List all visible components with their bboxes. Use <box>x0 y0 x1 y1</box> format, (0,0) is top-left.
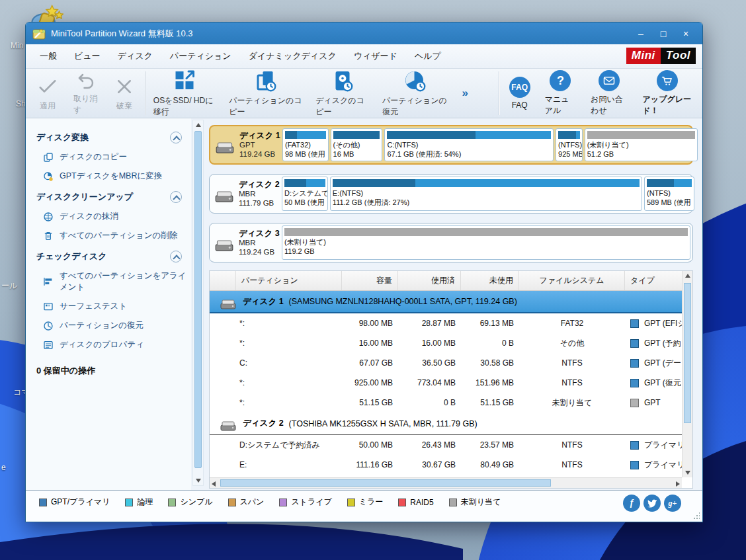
partition-block[interactable]: (未割り当て)51.2 GB <box>585 128 698 161</box>
type-label: プライマリ <box>644 460 682 471</box>
recover-partition-button-label: パーティションの復元 <box>382 95 449 118</box>
title-bar[interactable]: MiniTool Partition Wizard 無料版 10.3 – □ × <box>26 22 702 44</box>
twitter-icon[interactable] <box>643 495 661 512</box>
menu-item-1[interactable]: ビュー <box>65 46 109 66</box>
apply-button[interactable]: 適用 <box>28 69 67 118</box>
menu-item-3[interactable]: パーティション <box>161 46 240 66</box>
upgrade-button[interactable]: アップグレード！ <box>636 69 700 118</box>
disk-row-1[interactable]: ディスク 1GPT119.24 GB(FAT32)98 MB (使用(その他)1… <box>209 125 693 165</box>
scroll-left-arrow[interactable] <box>211 481 216 487</box>
table-hscroll-thumb[interactable] <box>220 479 551 487</box>
copy-partition-button[interactable]: パーティションのコピー <box>222 69 309 118</box>
table-row[interactable]: E:111.16 GB30.67 GB80.49 GBNTFSプライマリ <box>210 455 682 475</box>
table-horizontal-scrollbar[interactable] <box>210 477 682 488</box>
toolbar-overflow-chevron[interactable]: » <box>455 87 474 100</box>
partition-block[interactable]: (NTFS)925 MB (使用 <box>556 128 583 161</box>
partition-block[interactable]: (FAT32)98 MB (使用 <box>282 128 329 161</box>
sidebar-item[interactable]: パーティションの復元 <box>36 316 191 335</box>
scroll-down-arrow[interactable] <box>193 476 203 485</box>
disk-icon <box>220 296 237 307</box>
surface-test-icon <box>43 301 54 312</box>
manual-button[interactable]: ?マニュアル <box>538 69 583 118</box>
table-row[interactable]: *:16.00 MB16.00 MB0 Bその他GPT (予約 <box>210 333 682 353</box>
delete-partitions-icon <box>43 231 54 241</box>
sidebar-item[interactable]: ディスクのコピー <box>36 147 191 167</box>
header-col-4[interactable]: ファイルシステム <box>519 271 625 290</box>
minimize-button[interactable]: – <box>631 26 651 42</box>
cell-partition: *: <box>210 319 342 328</box>
sidebar-scrollbar[interactable] <box>192 120 204 486</box>
table-row[interactable]: C:67.07 GB36.50 GB30.58 GBNTFSGPT (データ <box>210 353 682 373</box>
sidebar-item[interactable]: ディスクのプロパティ <box>36 335 191 354</box>
google-plus-icon[interactable]: g+ <box>664 495 681 512</box>
sidebar-item[interactable]: サーフェステスト <box>36 297 191 316</box>
disk-copy-icon <box>43 152 54 163</box>
partition-block[interactable]: (NTFS)589 MB (使用 <box>644 177 694 211</box>
disk-group-row-1[interactable]: ディスク 1(SAMSUNG MZNLN128HAHQ-000L1 SATA, … <box>210 291 682 313</box>
partition-block[interactable]: D:システムで50 MB (使用 <box>282 177 328 211</box>
usage-bar <box>285 131 326 139</box>
disk-row-3[interactable]: ディスク 3MBR119.24 GB(未割り当て)119.2 GB <box>209 223 693 262</box>
menu-item-5[interactable]: ウィザード <box>345 46 406 66</box>
undo-button[interactable]: 取り消す <box>67 69 105 118</box>
partition-block[interactable]: C:(NTFS)67.1 GB (使用済: 54%) <box>384 128 554 161</box>
menu-item-2[interactable]: ディスク <box>109 46 161 66</box>
table-vertical-scrollbar[interactable] <box>682 271 692 477</box>
maximize-button[interactable]: □ <box>653 26 673 42</box>
table-row[interactable]: *:98.00 MB28.87 MB69.13 MBFAT32GPT (EFIシ <box>210 313 682 333</box>
discard-button[interactable]: 破棄 <box>105 69 144 118</box>
copy-disk-button[interactable]: ディスクのコピー <box>309 69 376 118</box>
usage-bar <box>284 179 325 187</box>
migrate-os-button[interactable]: OSをSSD/ HDに移行 <box>147 69 222 118</box>
close-button[interactable]: × <box>676 26 696 42</box>
facebook-icon[interactable]: f <box>623 495 640 512</box>
header-col-0[interactable]: パーティション <box>236 271 342 290</box>
sidebar-item[interactable]: GPTディスクをMBRに変換 <box>36 167 191 186</box>
sidebar-item[interactable]: ディスクの抹消 <box>36 207 191 226</box>
faq-button[interactable]: FAQFAQ <box>502 69 538 118</box>
disk-row-2[interactable]: ディスク 2MBR111.79 GBD:システムで50 MB (使用E:(NTF… <box>209 174 693 214</box>
menu-item-6[interactable]: ヘルプ <box>406 46 450 66</box>
sidebar-scroll-thumb[interactable] <box>194 131 202 468</box>
partition-label: (その他) <box>333 140 380 149</box>
partition-block[interactable]: E:(NTFS)111.2 GB (使用済: 27%) <box>330 177 642 211</box>
recover-partition-button[interactable]: パーティションの復元 <box>376 69 456 118</box>
disk-scheme: MBR <box>239 238 280 247</box>
cell-capacity: 50.00 MB <box>342 440 398 450</box>
contact-button[interactable]: お問い合わせ <box>583 69 635 118</box>
header-col-1[interactable]: 容量 <box>342 271 398 290</box>
usage-bar <box>558 131 580 139</box>
header-col-3[interactable]: 未使用 <box>461 271 519 290</box>
partition-block[interactable]: (未割り当て)119.2 GB <box>282 225 690 260</box>
resize-grip[interactable] <box>693 512 700 519</box>
sidebar-item[interactable]: すべてのパーティションの削除 <box>36 226 191 245</box>
scroll-up-arrow[interactable] <box>193 120 203 130</box>
disk-group-row-2[interactable]: ディスク 2(TOSHIBA MK1255GSX H SATA, MBR, 11… <box>210 413 682 435</box>
cell-used: 36.50 GB <box>398 358 461 368</box>
cell-type: GPT (データ <box>625 358 682 369</box>
sidebar-item[interactable]: すべてのパーティションをアライメント <box>36 266 191 297</box>
table-vscroll-thumb[interactable] <box>684 283 691 423</box>
cell-filesystem: その他 <box>519 338 625 349</box>
cell-filesystem: FAT32 <box>519 319 625 328</box>
table-row[interactable]: D:システムで予約済み50.00 MB26.43 MB23.57 MBNTFSプ… <box>210 435 682 455</box>
logo-tool: Tool <box>661 48 696 64</box>
group-disk-name: ディスク 2 <box>243 418 284 429</box>
partition-block[interactable]: (その他)16 MB <box>331 128 383 161</box>
collapse-chevron-icon[interactable] <box>170 132 182 143</box>
scroll-up-arrow[interactable] <box>683 271 692 280</box>
cell-type: GPT (EFIシ <box>625 318 682 329</box>
table-row[interactable]: *:925.00 MB773.04 MB151.96 MBNTFSGPT (復元 <box>210 373 682 393</box>
menu-item-0[interactable]: 一般 <box>31 46 65 66</box>
cell-capacity: 98.00 MB <box>342 319 398 328</box>
copy-partition-button-label: パーティションのコピー <box>229 95 302 118</box>
scroll-down-arrow[interactable] <box>683 468 692 477</box>
scroll-right-arrow[interactable] <box>675 481 681 487</box>
table-row[interactable]: *:51.15 GB0 B51.15 GB未割り当てGPT <box>210 393 682 413</box>
partition-info: 51.2 GB <box>587 149 695 159</box>
header-col-2[interactable]: 使用済 <box>398 271 461 290</box>
collapse-chevron-icon[interactable] <box>170 251 182 262</box>
header-col-5[interactable]: タイプ <box>625 271 682 290</box>
menu-item-4[interactable]: ダイナミックディスク <box>240 46 345 66</box>
collapse-chevron-icon[interactable] <box>170 191 182 203</box>
